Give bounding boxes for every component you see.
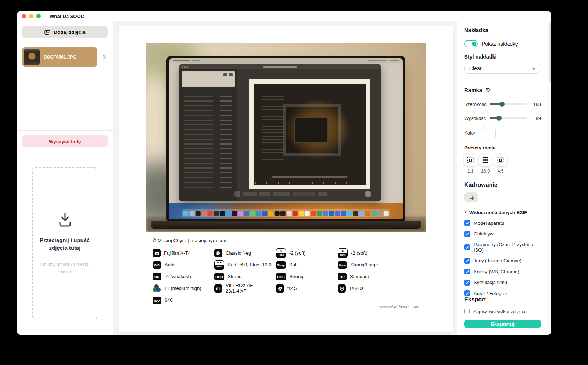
preset-16-9-label: 16:9: [481, 169, 490, 174]
download-arrow-icon: [57, 211, 73, 228]
frame-width-row: Szerokość 183: [464, 102, 541, 107]
checkbox-unchecked-icon: [464, 309, 470, 314]
sharp-badge: Sharp: [276, 261, 286, 269]
rotate-ccw-icon[interactable]: [485, 87, 491, 92]
dock-icon: [268, 211, 273, 216]
preset-1-1-button[interactable]: [464, 154, 477, 166]
frame-width-slider[interactable]: [490, 102, 527, 107]
exif-wb-shift: WB Shift Red +6.0, Blue -12.0: [214, 259, 276, 271]
toggle-knob: [472, 42, 476, 46]
show-overlay-toggle[interactable]: [464, 40, 478, 47]
image-plus-icon: [44, 29, 50, 35]
dock-icon: [262, 211, 267, 216]
minimize-window-button[interactable]: [29, 14, 33, 18]
preset-16-9-button[interactable]: [479, 154, 492, 166]
checkbox-label: Model aparatu: [474, 220, 504, 226]
scrollbar-thumb[interactable]: [549, 23, 551, 82]
dock-icon: [335, 211, 340, 216]
scrollbar[interactable]: [548, 21, 551, 335]
dock-icon: [208, 211, 213, 216]
dock-icon: [189, 211, 194, 216]
frame-section-heading: Ramka: [464, 87, 482, 93]
checkbox-label: Kolory (WB, Chrome): [474, 269, 519, 274]
watermark-website: www.whatdasooc.com: [379, 304, 419, 309]
dock-icon: [232, 211, 237, 216]
photo-copyright: © Maciej Chyra | maciejchyra.com: [153, 238, 228, 243]
checkbox-label: Tony (Jasne / Ciemne): [474, 258, 521, 263]
highlight-badge-top: H: [276, 249, 286, 253]
checkbox-checked-icon: [464, 244, 470, 250]
frame-height-row: Wysokość 89: [464, 116, 541, 121]
titlebar: What Da SOOC: [17, 11, 551, 21]
exif-checkbox-row-author[interactable]: Autor / Fotograf: [464, 290, 541, 296]
exif-visibility-header[interactable]: ▼ Widoczność danych EXIF: [464, 210, 541, 215]
dock-icon: [365, 211, 370, 216]
close-window-button[interactable]: [22, 14, 26, 18]
export-button[interactable]: Eksportuj: [464, 320, 541, 328]
zoom-window-button[interactable]: [36, 14, 41, 18]
right-sidebar: Nakładka Pokaż nakładkę Styl nakładki Cl…: [457, 21, 548, 335]
photo-preview[interactable]: [146, 43, 426, 232]
dock-icon: [359, 211, 364, 216]
aspect-4-5-icon: [497, 156, 504, 164]
lens-icon: [214, 284, 222, 293]
save-all-row[interactable]: Zapisz wszystkie zdjęcia: [464, 309, 541, 314]
checkbox-label: Symulacja filmu: [474, 280, 507, 285]
dock-icon: [298, 211, 304, 216]
exif-nr-value: -4 (weakest): [165, 274, 191, 280]
exif-checkbox-row-camera[interactable]: Model aparatu: [464, 220, 541, 226]
dock-icon: [371, 211, 376, 216]
dock-icon: [329, 211, 334, 216]
exif-checkbox-row-tones[interactable]: Tony (Jasne / Ciemne): [464, 258, 541, 264]
photo-tether-controls: [234, 189, 371, 198]
exif-aperture: f/2.5: [276, 283, 338, 294]
dock-icon: [274, 211, 279, 216]
exif-dr-value: Standard: [350, 274, 369, 280]
dock-icon: [347, 211, 352, 216]
left-sidebar: Dodaj zdjęcia DSCF0561.JPG Wyczyść listę: [17, 21, 113, 335]
dock-icon: [293, 211, 298, 216]
aspect-1-1-icon: [467, 156, 474, 164]
photo-macos-dock: [182, 209, 390, 217]
frame-height-slider[interactable]: [490, 116, 527, 121]
photo-tether-camera-header: [182, 71, 235, 87]
exif-checkbox-row-lens[interactable]: Obiektyw: [464, 231, 541, 237]
shutter-speed-icon: [338, 284, 346, 293]
exif-visibility-heading: Widoczność danych EXIF: [469, 210, 527, 215]
frame-color-row: Kolor: [464, 127, 541, 139]
export-canvas: © Maciej Chyra | maciejchyra.com Fujifil…: [119, 26, 453, 332]
photo-tether-exposure-scale: [255, 181, 347, 184]
dock-icon: [250, 211, 255, 216]
checkbox-checked-icon: [464, 290, 470, 296]
overlay-style-select[interactable]: Clear: [464, 64, 541, 74]
preset-4-5-button[interactable]: [494, 154, 507, 166]
frame-presets-label: Presety ramki: [464, 145, 541, 150]
exif-checkbox-row-colors[interactable]: Kolory (WB, Chrome): [464, 269, 541, 274]
frame-color-swatch[interactable]: [482, 127, 496, 139]
delete-file-button[interactable]: [100, 53, 108, 61]
show-overlay-row: Pokaż nakładkę: [464, 40, 541, 47]
photo-nested-photo: [254, 84, 366, 185]
frame-width-value: 183: [530, 102, 541, 107]
dock-icon: [317, 211, 322, 216]
dropzone-subtitle: lub użyj przycisku "Dodaj zdjęcia": [38, 261, 92, 275]
preview-area: © Maciej Chyra | maciejchyra.com Fujifil…: [113, 21, 457, 335]
exif-white-balance: WB Auto: [153, 259, 214, 271]
exif-checkbox-row-params[interactable]: Parametry (Czas, Przysłona, ISO): [464, 242, 541, 253]
add-photos-button[interactable]: Dodaj zdjęcia: [22, 26, 108, 38]
exif-color-chrome-blue: CCB Strong: [276, 271, 338, 283]
crop-icon: [468, 194, 474, 200]
aperture-icon: [276, 284, 284, 293]
preset-4-5-label: 4:5: [498, 169, 504, 174]
show-overlay-label: Pokaż nakładkę: [482, 41, 518, 47]
clear-list-button[interactable]: Wyczyść listę: [22, 135, 108, 147]
file-list-item[interactable]: DSCF0561.JPG: [22, 47, 97, 67]
exif-checkbox-row-filmsim[interactable]: Symulacja filmu: [464, 280, 541, 286]
desktop-background: What Da SOOC Dodaj zdjęcia DSCF0561.JPG: [0, 0, 588, 365]
crop-button[interactable]: [464, 192, 478, 202]
exif-ccr-value: Strong: [227, 274, 241, 280]
highlight-tone-badge: H Tone: [276, 248, 286, 258]
dropzone[interactable]: Przeciągnij i upuść zdjęcia tutaj lub uż…: [32, 167, 97, 319]
traffic-lights: [22, 14, 41, 18]
ccr-badge: CCR: [214, 273, 224, 280]
